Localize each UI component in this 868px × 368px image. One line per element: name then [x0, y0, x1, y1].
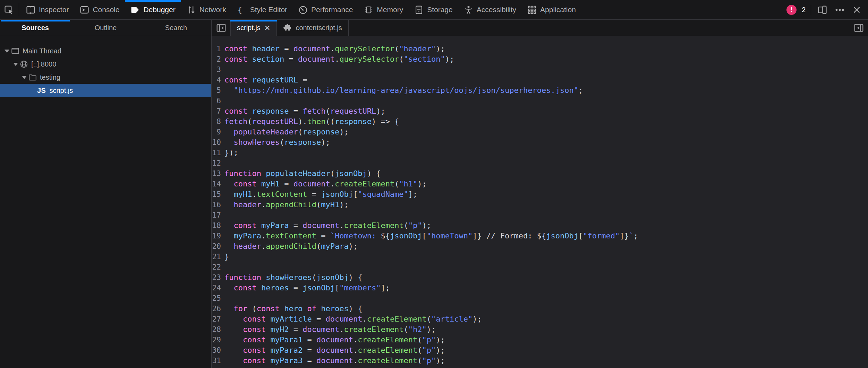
line-number[interactable]: 9 [212, 127, 221, 137]
tab-memory[interactable]: Memory [358, 0, 409, 19]
expand-right-pane-icon [854, 23, 864, 33]
code-editor[interactable]: 1const header = document.querySelector("… [212, 36, 868, 368]
expand-panes-button[interactable] [849, 20, 868, 36]
line-number[interactable]: 28 [212, 324, 221, 335]
code-text: const response = fetch(requestURL); [221, 106, 385, 116]
tree-item--8000[interactable]: [::]:8000 [0, 58, 211, 71]
line-number[interactable]: 20 [212, 241, 221, 252]
line-number[interactable]: 10 [212, 137, 221, 148]
code-line-20: 20 header.appendChild(myPara); [212, 241, 868, 252]
debugger-icon [130, 5, 140, 15]
code-line-22: 22 [212, 262, 868, 272]
code-line-8: 8fetch(requestURL).then((response) => { [212, 116, 868, 127]
line-number[interactable]: 12 [212, 158, 221, 168]
style-editor-icon: { } [237, 5, 247, 15]
expand-caret-icon[interactable] [20, 76, 28, 79]
code-text: const myH2 = document.createElement("h2"… [221, 324, 436, 335]
close-devtools-button[interactable] [851, 6, 862, 14]
tab-application[interactable]: Application [522, 0, 581, 19]
code-text: fetch(requestURL).then((response) => { [221, 116, 399, 127]
expand-caret-icon[interactable] [3, 50, 11, 53]
tree-item-main-thread[interactable]: Main Thread [0, 44, 211, 58]
line-number[interactable]: 1 [212, 44, 221, 54]
code-line-25: 25 [212, 293, 868, 304]
line-number[interactable]: 30 [212, 345, 221, 356]
code-text: myPara.textContent = `Hometown: ${jsonOb… [221, 231, 638, 241]
line-number[interactable]: 11 [212, 148, 221, 158]
tab-style-editor[interactable]: { }Style Editor [232, 0, 293, 19]
line-number[interactable]: 26 [212, 304, 221, 314]
collapse-left-pane-icon [216, 23, 226, 33]
code-text: const myPara2 = document.createElement("… [221, 345, 445, 356]
line-number[interactable]: 7 [212, 106, 221, 116]
code-text: header.appendChild(myPara); [221, 241, 358, 252]
responsive-design-mode-button[interactable] [816, 5, 828, 15]
tree-item-script-js[interactable]: JSscript.js [0, 84, 211, 97]
line-number[interactable]: 3 [212, 64, 221, 75]
line-number[interactable]: 14 [212, 179, 221, 189]
line-number[interactable]: 15 [212, 189, 221, 200]
close-tab-icon[interactable]: ✕ [264, 24, 271, 32]
line-number[interactable]: 4 [212, 75, 221, 85]
tree-item-label: [::]:8000 [31, 60, 56, 68]
line-number[interactable]: 5 [212, 85, 221, 96]
tab-inspector[interactable]: Inspector [20, 0, 74, 19]
line-number[interactable]: 19 [212, 231, 221, 241]
debugger-subheader: SourcesOutlineSearch script.js ✕ content… [0, 20, 868, 36]
line-number[interactable]: 27 [212, 314, 221, 324]
tab-strip-spacer [349, 20, 849, 36]
panel-tab-outline[interactable]: Outline [70, 20, 141, 36]
code-text [221, 64, 224, 75]
devtools-toolbar: InspectorConsoleDebuggerNetwork{ }Style … [0, 0, 868, 20]
tree-item-testing[interactable]: testing [0, 71, 211, 84]
line-number[interactable]: 8 [212, 116, 221, 127]
panel-tab-search[interactable]: Search [141, 20, 211, 36]
tab-network[interactable]: Network [181, 0, 232, 19]
line-number[interactable]: 24 [212, 283, 221, 293]
line-number[interactable]: 29 [212, 335, 221, 345]
code-line-10: 10 showHeroes(response); [212, 137, 868, 148]
error-badge-icon[interactable]: ! [786, 5, 797, 15]
tab-performance[interactable]: Performance [293, 0, 358, 19]
code-line-13: 13function populateHeader(jsonObj) { [212, 168, 868, 179]
code-line-18: 18 const myPara = document.createElement… [212, 220, 868, 231]
line-number[interactable]: 18 [212, 220, 221, 231]
collapse-sources-pane-button[interactable] [212, 20, 230, 36]
line-number[interactable]: 22 [212, 262, 221, 272]
source-tab-label: script.js [237, 24, 261, 32]
tab-script-js[interactable]: script.js ✕ [230, 20, 277, 36]
tab-debugger[interactable]: Debugger [125, 0, 181, 19]
code-line-5: 5 "https://mdn.github.io/learning-area/j… [212, 85, 868, 96]
panel-tab-sources[interactable]: Sources [0, 20, 70, 36]
line-number[interactable]: 16 [212, 200, 221, 210]
tab-storage[interactable]: Storage [409, 0, 458, 19]
line-number[interactable]: 13 [212, 168, 221, 179]
line-number[interactable]: 6 [212, 96, 221, 106]
code-line-29: 29 const myPara1 = document.createElemen… [212, 335, 868, 345]
meatball-menu-button[interactable] [834, 5, 846, 15]
line-number[interactable]: 23 [212, 272, 221, 283]
tab-contentscript-js[interactable]: contentscript.js [277, 20, 348, 36]
tab-accessibility[interactable]: Accessibility [458, 0, 522, 19]
line-number[interactable]: 21 [212, 252, 221, 262]
code-line-4: 4const requestURL = [212, 75, 868, 85]
tab-console[interactable]: Console [74, 0, 125, 19]
panel-tab-label: Search [165, 24, 187, 32]
window-icon [11, 47, 19, 55]
code-line-31: 31 const myPara3 = document.createElemen… [212, 356, 868, 366]
code-line-6: 6 [212, 96, 868, 106]
console-icon [80, 5, 89, 15]
tree-item-label: Main Thread [23, 47, 61, 55]
code-text: showHeroes(response); [221, 137, 330, 148]
code-line-1: 1const header = document.querySelector("… [212, 44, 868, 54]
code-line-16: 16 header.appendChild(myH1); [212, 200, 868, 210]
line-number[interactable]: 17 [212, 210, 221, 220]
pick-element-button[interactable] [0, 0, 17, 19]
expand-caret-icon[interactable] [11, 63, 20, 66]
line-number[interactable]: 2 [212, 54, 221, 64]
line-number[interactable]: 31 [212, 356, 221, 366]
line-number[interactable]: 25 [212, 293, 221, 304]
storage-icon [414, 5, 424, 15]
code-line-19: 19 myPara.textContent = `Hometown: ${jso… [212, 231, 868, 241]
error-count: 2 [802, 6, 806, 14]
